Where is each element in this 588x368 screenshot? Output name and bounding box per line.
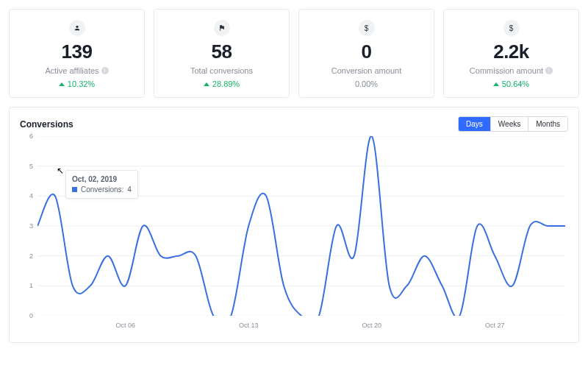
dollar-icon: $ [359,20,375,36]
panel-title: Conversions [20,119,74,130]
card-total-conversions: 58 Total conversions 28.89% [154,9,290,98]
y-tick-label: 4 [29,192,33,199]
info-icon[interactable]: i [545,67,553,74]
card-active-affiliates: 139 Active affiliates i 10.32% [9,9,145,98]
tab-days[interactable]: Days [459,117,490,131]
y-tick-label: 1 [29,282,33,289]
tab-months[interactable]: Months [528,117,567,131]
card-label: Active affiliates i [17,66,137,75]
card-label: Conversion amount [306,66,426,75]
y-tick-label: 3 [29,222,33,230]
y-tick-label: 5 [29,163,33,170]
x-axis: Oct 06Oct 13Oct 20Oct 27 [37,322,565,332]
tooltip-swatch [72,187,77,192]
tooltip-title: Oct, 02, 2019 [72,175,132,183]
plot-area[interactable]: Oct, 02, 2019 Conversions: 4 ↖ [37,136,565,316]
card-conversion-amount: $ 0 Conversion amount 0.00% [298,9,434,98]
y-tick-label: 6 [29,132,33,140]
conversions-panel: Conversions Days Weeks Months 0123456 Oc… [9,107,579,343]
trend-up-icon [493,82,499,86]
dollar-icon: $ [503,20,520,36]
trend-up-icon [204,82,209,86]
tooltip-series-value: 4 [127,185,132,194]
card-label: Commission amount i [451,66,571,75]
card-value: 0 [306,40,426,63]
x-tick-label: Oct 06 [115,322,135,329]
card-delta: 50.64% [451,79,571,88]
card-delta: 0.00% [306,79,426,88]
tooltip-series-label: Conversions: [81,185,123,194]
range-segmented-control: Days Weeks Months [458,116,568,132]
info-icon[interactable]: i [101,67,109,74]
x-tick-label: Oct 20 [362,322,381,329]
card-delta: 10.32% [17,79,137,88]
chart-tooltip: Oct, 02, 2019 Conversions: 4 [65,170,138,199]
panel-header: Conversions Days Weeks Months [20,116,568,132]
y-tick-label: 0 [29,312,33,319]
x-tick-label: Oct 13 [239,322,259,329]
card-value: 58 [162,40,282,63]
card-delta: 28.89% [162,79,282,88]
y-axis: 0123456 [20,136,36,316]
flag-icon [214,20,230,36]
card-value: 139 [17,40,137,63]
stat-cards-row: 139 Active affiliates i 10.32% 58 Total … [9,9,579,98]
card-label: Total conversions [162,66,282,75]
trend-up-icon [59,82,65,86]
user-icon [69,20,85,36]
card-commission-amount: $ 2.2k Commission amount i 50.64% [443,9,579,98]
tab-weeks[interactable]: Weeks [490,117,528,131]
y-tick-label: 2 [29,252,33,260]
card-value: 2.2k [451,40,571,63]
x-tick-label: Oct 27 [485,322,505,329]
line-chart-svg [37,136,565,316]
chart-area: 0123456 Oct, 02, 2019 Conversions: 4 ↖ O… [20,136,568,336]
